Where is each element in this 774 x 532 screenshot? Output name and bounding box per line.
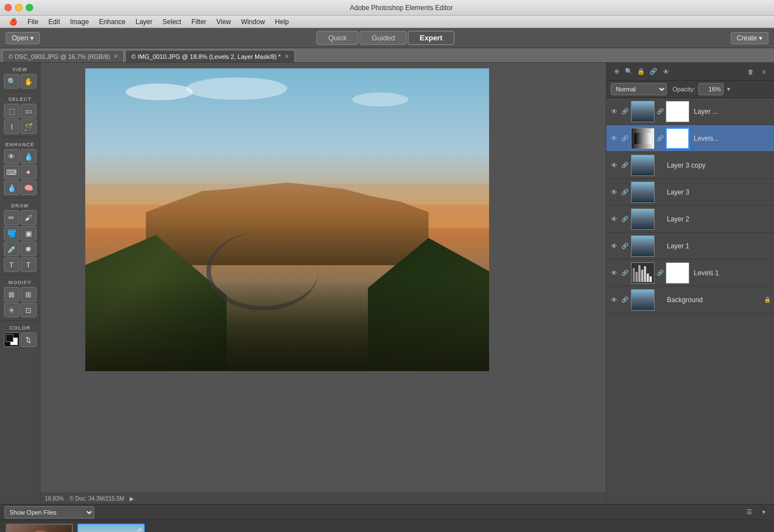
filmstrip-menu-btn[interactable]: ☰: [744, 507, 755, 518]
menu-help[interactable]: Help: [270, 17, 293, 27]
menu-edit[interactable]: Edit: [44, 17, 64, 27]
layer-row-l3copy[interactable]: 👁 🔗 Layer 3 copy: [606, 152, 774, 179]
maximize-button[interactable]: [26, 4, 33, 11]
opacity-input[interactable]: [698, 83, 724, 95]
clone-tool[interactable]: ⌨: [4, 165, 20, 179]
layer-row-levels2[interactable]: 👁 🔗 🔗 Levels...: [606, 125, 774, 152]
layer-row-l1[interactable]: 👁 🔗 Layer 1: [606, 233, 774, 260]
hand-tool[interactable]: ✋: [21, 74, 36, 89]
tab-close-dsc[interactable]: ✕: [113, 53, 118, 59]
rect-marquee-tool[interactable]: ▭: [21, 104, 36, 118]
quick-select-tool[interactable]: 🪄: [21, 119, 36, 134]
tab-img0010[interactable]: © IMG_0010.JPG @ 18.8% (Levels 2, Layer …: [125, 50, 294, 62]
layer-link-l3copy[interactable]: 🔗: [621, 162, 629, 168]
menu-view[interactable]: View: [212, 17, 236, 27]
layer-link-levels2[interactable]: 🔗: [621, 135, 629, 141]
show-files-select[interactable]: Show Open Files Show Recent: [4, 506, 94, 519]
canvas-image[interactable]: [85, 68, 489, 371]
layer-visibility-l3copy[interactable]: 👁: [610, 161, 619, 169]
layer-visibility-levels1[interactable]: 👁: [610, 269, 619, 277]
panel-delete-btn[interactable]: 🗑: [745, 66, 756, 77]
swap-colors[interactable]: ⇅: [21, 332, 36, 347]
menu-window[interactable]: Window: [237, 17, 270, 27]
tab-guided[interactable]: Guided: [360, 31, 407, 45]
layer-thumb-l3copy: [631, 155, 655, 176]
layer-visibility-l1[interactable]: 👁: [610, 242, 619, 250]
tab-close-img[interactable]: ✕: [284, 53, 289, 59]
layer-row-1[interactable]: 👁 🔗 🔗 Layer ...: [606, 98, 774, 125]
film-thumb-dsc0903[interactable]: [6, 524, 73, 533]
heal-tool[interactable]: ✦: [21, 165, 36, 179]
lasso-tool[interactable]: ⌇: [4, 119, 20, 134]
layer-name-1: Layer ...: [692, 108, 771, 115]
draw-tools-2: 🪣 ▣: [2, 226, 38, 240]
layer-row-levels1[interactable]: 👁 🔗 🔗 Levels 1: [606, 260, 774, 286]
move-tool2[interactable]: ⊡: [21, 303, 36, 317]
menu-file[interactable]: File: [23, 17, 43, 27]
apple-menu[interactable]: 🍎: [4, 17, 22, 27]
panel-icon-2[interactable]: 🔍: [623, 66, 634, 77]
crop-tool[interactable]: ⊠: [4, 287, 20, 302]
layer-visibility-1[interactable]: 👁: [610, 108, 619, 115]
smart-brush[interactable]: 🧠: [21, 181, 36, 195]
foreground-color[interactable]: [4, 332, 20, 347]
layer-visibility-l3[interactable]: 👁: [610, 188, 619, 196]
draw-section-label: DRAW: [2, 201, 38, 209]
color-picker[interactable]: ✱: [21, 242, 36, 256]
layer-row-l2[interactable]: 👁 🔗 Layer 2: [606, 206, 774, 233]
eye-tool[interactable]: 👁: [4, 149, 20, 164]
film-thumb-img0010[interactable]: ↗: [77, 524, 145, 533]
text-tool2[interactable]: T: [21, 257, 36, 272]
window-controls[interactable]: [4, 4, 33, 11]
layer-link-levels1[interactable]: 🔗: [621, 270, 629, 276]
filmstrip-expand-btn[interactable]: ▾: [758, 507, 770, 518]
close-button[interactable]: [4, 4, 12, 11]
transform-tool[interactable]: ✳: [4, 303, 20, 317]
layer-visibility-l2[interactable]: 👁: [610, 215, 619, 223]
tab-dsc0903[interactable]: © DSC_0903.JPG @ 16.7% (RGB/8) ✕: [2, 50, 124, 62]
brush-tool[interactable]: ✏: [4, 210, 20, 225]
eyedropper-tool[interactable]: 💉: [4, 242, 20, 256]
opacity-arrow[interactable]: ▾: [727, 85, 730, 93]
layer-row-l3[interactable]: 👁 🔗 Layer 3: [606, 179, 774, 206]
blend-mode-select[interactable]: Normal Dissolve Multiply Screen Overlay: [611, 83, 667, 95]
redeye-tool[interactable]: 💧: [4, 181, 20, 195]
panel-icon-lock[interactable]: 🔒: [635, 66, 647, 77]
blur-tool[interactable]: 💧: [21, 149, 36, 164]
minimize-button[interactable]: [15, 4, 22, 11]
layer-link-l3[interactable]: 🔗: [621, 189, 629, 195]
impressionist-tool[interactable]: 🖌: [21, 210, 36, 225]
layer-link-l1[interactable]: 🔗: [621, 243, 629, 249]
menubar: 🍎 File Edit Image Enhance Layer Select F…: [0, 16, 774, 28]
panel-menu-btn[interactable]: ≡: [758, 66, 770, 77]
paint-bucket[interactable]: 🪣: [4, 226, 20, 240]
menu-layer[interactable]: Layer: [131, 17, 157, 27]
zoom-tool[interactable]: 🔍: [4, 74, 20, 89]
panel-icon-eye[interactable]: 👁: [660, 66, 671, 77]
tab-quick[interactable]: Quick: [316, 31, 358, 45]
layer-link-bg[interactable]: 🔗: [621, 297, 629, 303]
marquee-tool[interactable]: ⬚: [4, 104, 20, 118]
panel-icon-link[interactable]: 🔗: [648, 66, 659, 77]
expand-icon[interactable]: ▶: [130, 496, 134, 502]
draw-tools-1: ✏ 🖌: [2, 210, 38, 225]
layer-name-l3: Layer 3: [657, 188, 771, 196]
layer-link-l2[interactable]: 🔗: [621, 216, 629, 222]
layer-thumb-1: [631, 101, 655, 122]
layer-link-1[interactable]: 🔗: [621, 108, 629, 114]
menu-image[interactable]: Image: [66, 17, 93, 27]
mode-tabs: Quick Guided Expert: [316, 31, 454, 45]
recompose-tool[interactable]: ⊞: [21, 287, 36, 302]
open-button[interactable]: Open ▾: [6, 32, 40, 44]
layer-visibility-levels2[interactable]: 👁: [610, 135, 619, 142]
tab-expert[interactable]: Expert: [408, 31, 454, 45]
menu-enhance[interactable]: Enhance: [94, 17, 130, 27]
menu-filter[interactable]: Filter: [187, 17, 211, 27]
panel-icon-1[interactable]: ⊕: [611, 66, 622, 77]
menu-select[interactable]: Select: [158, 17, 186, 27]
text-tool[interactable]: T: [4, 257, 20, 272]
layer-visibility-bg[interactable]: 👁: [610, 296, 619, 304]
create-button[interactable]: Create ▾: [731, 32, 768, 44]
layer-row-bg[interactable]: 👁 🔗 Background 🔒: [606, 286, 774, 313]
gradient-tool[interactable]: ▣: [21, 226, 36, 240]
